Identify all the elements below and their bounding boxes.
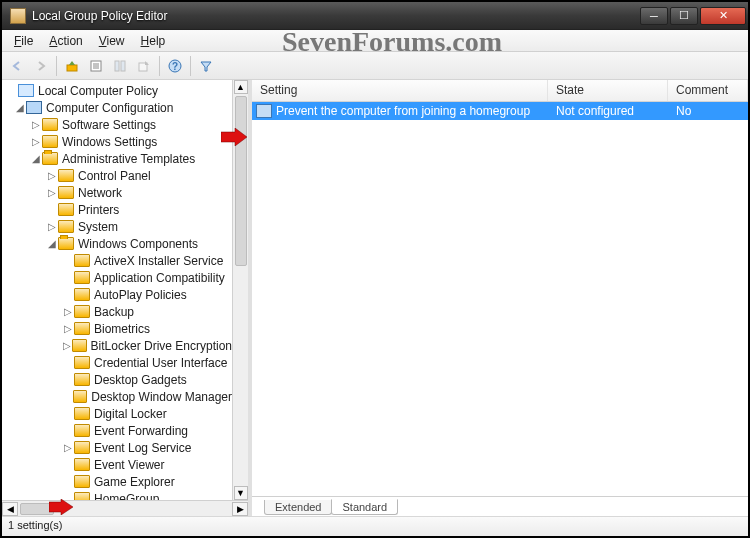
scroll-down-icon[interactable]: ▼ <box>234 486 248 500</box>
up-button[interactable] <box>61 55 83 77</box>
tree-wc-autoplay[interactable]: AutoPlay Policies <box>94 288 187 302</box>
tab-extended[interactable]: Extended <box>264 500 332 515</box>
folder-icon <box>74 288 90 301</box>
scroll-up-icon[interactable]: ▲ <box>234 80 248 94</box>
tree-windows-components[interactable]: Windows Components <box>78 237 198 251</box>
minimize-button[interactable]: ─ <box>640 7 668 25</box>
folder-icon <box>42 135 58 148</box>
tree-printers[interactable]: Printers <box>78 203 119 217</box>
app-icon <box>10 8 26 24</box>
refresh-button[interactable] <box>109 55 131 77</box>
maximize-button[interactable]: ☐ <box>670 7 698 25</box>
expander-icon[interactable]: ◢ <box>30 153 42 164</box>
expander-icon[interactable]: ▷ <box>62 306 74 317</box>
list-body: Prevent the computer from joining a home… <box>252 102 748 496</box>
scroll-thumb[interactable] <box>235 96 247 266</box>
tree-wc-eventfwd[interactable]: Event Forwarding <box>94 424 188 438</box>
svg-rect-0 <box>67 65 77 71</box>
tree-wc-activex[interactable]: ActiveX Installer Service <box>94 254 223 268</box>
tree-software-settings[interactable]: Software Settings <box>62 118 156 132</box>
folder-open-icon <box>58 237 74 250</box>
tree-wc-digitallocker[interactable]: Digital Locker <box>94 407 167 421</box>
scroll-left-icon[interactable]: ◀ <box>2 502 18 516</box>
close-button[interactable]: ✕ <box>700 7 746 25</box>
column-state[interactable]: State <box>548 80 668 101</box>
tree-network[interactable]: Network <box>78 186 122 200</box>
folder-icon <box>74 492 90 500</box>
export-button[interactable] <box>133 55 155 77</box>
tree-wc-gameexp[interactable]: Game Explorer <box>94 475 175 489</box>
folder-icon <box>73 390 88 403</box>
column-setting[interactable]: Setting <box>252 80 548 101</box>
policy-item-icon <box>256 104 272 118</box>
expander-icon[interactable]: ▷ <box>30 119 42 130</box>
svg-marker-11 <box>221 128 247 146</box>
tree-wc-appcompat[interactable]: Application Compatibility <box>94 271 225 285</box>
folder-icon <box>74 254 90 267</box>
scroll-right-icon[interactable]: ▶ <box>232 502 248 516</box>
properties-button[interactable] <box>85 55 107 77</box>
tree-horizontal-scrollbar[interactable]: ◀▶ <box>2 500 248 516</box>
menu-help[interactable]: Help <box>133 32 174 50</box>
menu-view[interactable]: View <box>91 32 133 50</box>
expander-icon[interactable]: ◢ <box>46 238 58 249</box>
status-bar: 1 setting(s) <box>2 516 748 536</box>
tab-standard[interactable]: Standard <box>331 499 398 515</box>
tree-computer-config[interactable]: Computer Configuration <box>46 101 173 115</box>
tree-windows-settings[interactable]: Windows Settings <box>62 135 157 149</box>
svg-rect-5 <box>115 61 119 71</box>
tree-view[interactable]: Local Computer Policy ◢Computer Configur… <box>2 80 248 500</box>
status-text: 1 setting(s) <box>8 519 62 531</box>
folder-open-icon <box>42 152 58 165</box>
expander-icon[interactable]: ▷ <box>46 187 58 198</box>
tree-wc-homegroup[interactable]: HomeGroup <box>94 492 159 501</box>
tree-control-panel[interactable]: Control Panel <box>78 169 151 183</box>
list-pane: Setting State Comment Prevent the comput… <box>252 80 748 516</box>
content-area: Local Computer Policy ◢Computer Configur… <box>2 80 748 516</box>
cell-setting: Prevent the computer from joining a home… <box>276 104 548 118</box>
folder-icon <box>74 305 90 318</box>
menu-file[interactable]: File <box>6 32 41 50</box>
folder-icon <box>72 339 86 352</box>
folder-icon <box>74 458 90 471</box>
tree-wc-credui[interactable]: Credential User Interface <box>94 356 227 370</box>
toolbar-separator-2 <box>159 56 160 76</box>
expander-icon[interactable]: ◢ <box>14 102 26 113</box>
tree-wc-eventviewer[interactable]: Event Viewer <box>94 458 164 472</box>
title-bar: Local Group Policy Editor ─ ☐ ✕ <box>2 2 748 30</box>
folder-icon <box>74 356 90 369</box>
tree-wc-gadgets[interactable]: Desktop Gadgets <box>94 373 187 387</box>
expander-icon[interactable]: ▷ <box>62 340 72 351</box>
expander-icon[interactable]: ▷ <box>46 221 58 232</box>
tree-wc-biometrics[interactable]: Biometrics <box>94 322 150 336</box>
tree-pane: Local Computer Policy ◢Computer Configur… <box>2 80 252 516</box>
tree-admin-templates[interactable]: Administrative Templates <box>62 152 195 166</box>
expander-icon[interactable]: ▷ <box>62 442 74 453</box>
folder-icon <box>74 475 90 488</box>
expander-icon[interactable]: ▷ <box>30 136 42 147</box>
menu-action[interactable]: Action <box>41 32 90 50</box>
back-button[interactable] <box>6 55 28 77</box>
tree-wc-backup[interactable]: Backup <box>94 305 134 319</box>
tree-wc-bitlocker[interactable]: BitLocker Drive Encryption <box>91 339 232 353</box>
folder-icon <box>74 271 90 284</box>
svg-rect-6 <box>121 61 125 71</box>
forward-button[interactable] <box>30 55 52 77</box>
folder-icon <box>74 407 90 420</box>
expander-icon[interactable]: ▷ <box>62 323 74 334</box>
list-row[interactable]: Prevent the computer from joining a home… <box>252 102 748 120</box>
cell-state: Not configured <box>548 104 668 118</box>
tree-root[interactable]: Local Computer Policy <box>38 84 158 98</box>
svg-marker-10 <box>49 499 73 515</box>
expander-icon[interactable]: ▷ <box>46 170 58 181</box>
tree-wc-eventlog[interactable]: Event Log Service <box>94 441 191 455</box>
folder-icon <box>58 186 74 199</box>
filter-button[interactable] <box>195 55 217 77</box>
help-button[interactable]: ? <box>164 55 186 77</box>
folder-icon <box>42 118 58 131</box>
folder-icon <box>58 220 74 233</box>
tree-system[interactable]: System <box>78 220 118 234</box>
tree-wc-dwm[interactable]: Desktop Window Manager <box>91 390 232 404</box>
view-tabs: Extended Standard <box>252 496 748 516</box>
column-comment[interactable]: Comment <box>668 80 748 101</box>
